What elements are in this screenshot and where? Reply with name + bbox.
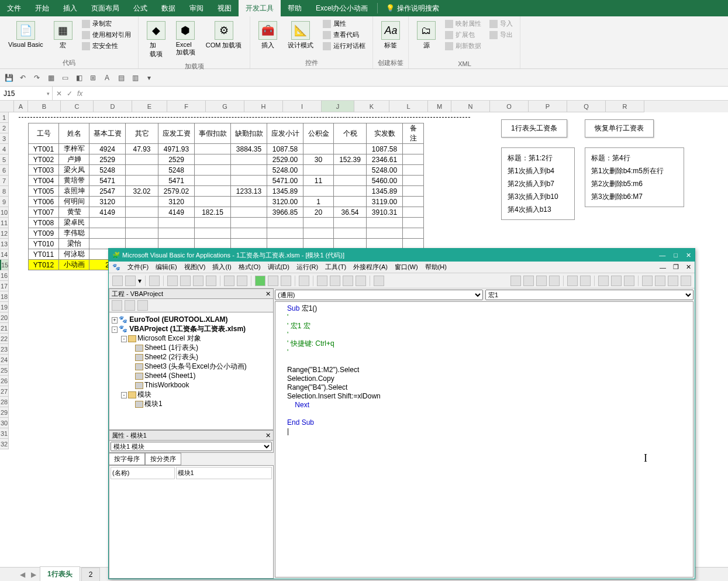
view-code-button[interactable]: 查看代码 (320, 30, 368, 40)
vba-tb-r8[interactable] (611, 276, 622, 286)
cell[interactable]: 1087.58 (267, 144, 303, 154)
cell[interactable] (303, 228, 334, 239)
cell[interactable] (334, 176, 367, 186)
cell[interactable]: 1345.89 (367, 186, 403, 197)
table-row[interactable]: YT001李梓军492447.934971.933884.351087.5810… (29, 144, 424, 154)
vba-tb-r3[interactable] (536, 276, 547, 286)
insert-control-button[interactable]: 🧰插入 (255, 19, 281, 52)
cell[interactable] (195, 165, 231, 176)
cell[interactable] (367, 228, 403, 239)
cell[interactable] (334, 239, 367, 249)
cell[interactable] (195, 176, 231, 186)
cell[interactable] (195, 197, 231, 207)
design-mode-button[interactable]: 📐设计模式 (284, 19, 317, 52)
cell[interactable]: 黄莹 (59, 207, 89, 218)
cell[interactable] (195, 144, 231, 154)
cell[interactable]: 2529 (158, 154, 195, 165)
colhdr-D[interactable]: D (94, 101, 132, 112)
cell[interactable]: 2346.61 (367, 154, 403, 165)
rowhdr-6[interactable]: 6 (0, 165, 9, 176)
cell[interactable]: YT003 (29, 165, 59, 176)
qat-btn4[interactable]: ▦ (46, 73, 56, 83)
qat-btn7[interactable]: ⊞ (88, 73, 98, 83)
vba-tb-r6[interactable] (580, 276, 591, 286)
vba-menu-run[interactable]: 运行(R) (296, 263, 318, 271)
undo-button[interactable]: ↶ (18, 73, 28, 83)
qat-btn10[interactable]: ▥ (130, 73, 140, 83)
cell[interactable]: 4971.93 (158, 144, 195, 154)
cell[interactable]: YT006 (29, 197, 59, 207)
cell[interactable]: 2547 (89, 186, 126, 197)
cell[interactable] (231, 218, 267, 228)
rowhdr-30[interactable]: 30 (0, 418, 9, 428)
vba-tb-copy[interactable] (180, 276, 191, 286)
vba-mdi-close[interactable]: ✕ (686, 263, 691, 271)
cell[interactable]: 182.15 (195, 207, 231, 218)
rowhdr-29[interactable]: 29 (0, 407, 9, 418)
vba-menu-help[interactable]: 帮助(H) (425, 263, 447, 271)
qat-btn9[interactable]: ▤ (116, 73, 126, 83)
cell[interactable]: 3120 (158, 197, 195, 207)
rowhdr-22[interactable]: 22 (0, 334, 9, 344)
cell[interactable] (403, 197, 424, 207)
cell[interactable]: 卢婵 (59, 154, 89, 165)
vba-tb-props[interactable] (330, 276, 340, 286)
properties-button[interactable]: 属性 (320, 19, 368, 29)
vba-tb-run[interactable] (255, 276, 265, 286)
colhdr-B[interactable]: B (28, 101, 61, 112)
rowhdr-23[interactable]: 23 (0, 344, 9, 355)
rowhdr-16[interactable]: 16 (0, 270, 9, 281)
cell[interactable] (334, 186, 367, 197)
cell[interactable]: 1233.13 (231, 186, 267, 197)
cell[interactable] (303, 218, 334, 228)
vba-tb-r12[interactable] (668, 276, 678, 286)
tab-developer[interactable]: 开发工具 (239, 0, 281, 16)
cell[interactable]: YT012 (29, 260, 59, 270)
cell[interactable] (126, 154, 158, 165)
colhdr-O[interactable]: O (490, 101, 529, 112)
cell[interactable] (303, 186, 334, 197)
colhdr-A[interactable]: A (14, 101, 28, 112)
vba-menu-addins[interactable]: 外接程序(A) (353, 263, 388, 271)
fx-icon[interactable]: fx (77, 90, 82, 98)
colhdr-M[interactable]: M (428, 101, 451, 112)
table-row[interactable]: YT010梁怡 (29, 239, 424, 249)
label-button[interactable]: Aa标签 (378, 19, 403, 52)
cell[interactable]: 2529 (89, 154, 126, 165)
prop-name-value[interactable]: 模块1 (176, 467, 272, 479)
rowhdr-9[interactable]: 9 (0, 197, 9, 207)
vba-tb-r10[interactable] (642, 276, 653, 286)
cell[interactable] (231, 197, 267, 207)
rowhdr-32[interactable]: 32 (0, 439, 9, 449)
props-object-dropdown[interactable]: 模块1 模块 (111, 442, 272, 451)
rowhdr-8[interactable]: 8 (0, 186, 9, 197)
rowhdr-18[interactable]: 18 (0, 291, 9, 302)
cell[interactable]: 3966.85 (267, 207, 303, 218)
rowhdr-3[interactable]: 3 (0, 133, 9, 144)
cell[interactable]: 梁火凤 (59, 165, 89, 176)
vba-tb-proj[interactable] (317, 276, 327, 286)
vba-tb-redo[interactable] (237, 276, 247, 286)
select-all-corner[interactable] (0, 101, 14, 112)
colhdr-C[interactable]: C (61, 101, 94, 112)
tab-insert[interactable]: 插入 (56, 0, 84, 16)
cell[interactable] (126, 207, 158, 218)
close-icon[interactable]: ✕ (686, 252, 691, 259)
cell[interactable] (195, 218, 231, 228)
cell[interactable]: 3910.31 (367, 207, 403, 218)
cell[interactable] (403, 144, 424, 154)
cell[interactable] (231, 165, 267, 176)
cell[interactable] (334, 218, 367, 228)
cell[interactable]: 1 (303, 197, 334, 207)
cell[interactable]: 袁照坤 (59, 186, 89, 197)
cell[interactable]: YT010 (29, 239, 59, 249)
props-close-icon[interactable]: ✕ (265, 432, 271, 439)
cell[interactable]: 何明间 (59, 197, 89, 207)
cell[interactable]: 20 (303, 207, 334, 218)
cell[interactable] (403, 228, 424, 239)
cell[interactable] (89, 228, 126, 239)
cell[interactable]: YT002 (29, 154, 59, 165)
cell[interactable] (126, 239, 158, 249)
proj-tb-3[interactable] (137, 300, 148, 311)
cell[interactable]: 5460.00 (367, 176, 403, 186)
